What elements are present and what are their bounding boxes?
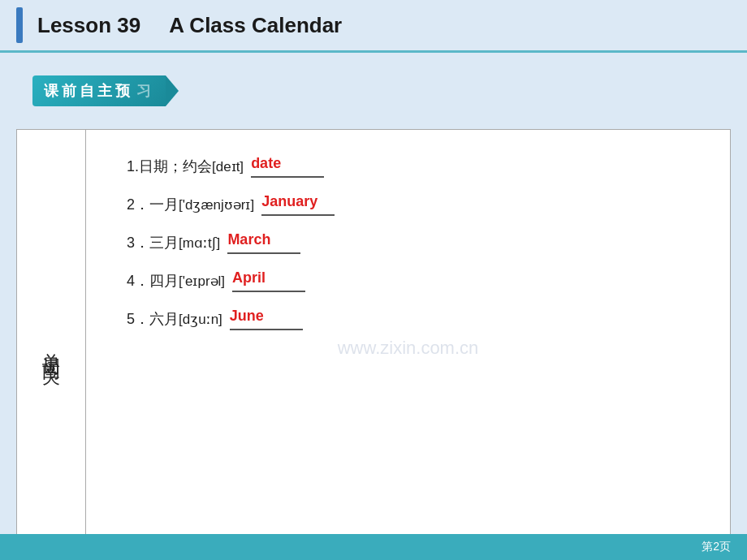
vocab-item: 4．四月['eɪprəl] April (127, 269, 697, 292)
item-number: 1. (127, 158, 139, 174)
answer-text: June (230, 305, 264, 327)
answer-text: April (232, 267, 266, 289)
vocab-content: www.zixin.com.cn 1.日期；约会[deɪt] date2．一月[… (86, 130, 730, 560)
item-phonetic: [dʒuːn] (179, 312, 222, 327)
item-number: 2． (127, 196, 149, 213)
item-number: 4． (127, 273, 149, 289)
answer-overlay: date (248, 154, 327, 178)
item-chinese: 一月 (149, 196, 179, 213)
page-number: 第2页 (702, 540, 731, 554)
item-chinese: 六月 (149, 311, 179, 327)
sidebar-label-text: 单词闯关 (35, 338, 67, 358)
sidebar-label: 单词闯关 (17, 130, 86, 560)
lesson-number: Lesson 39 (37, 13, 140, 37)
item-number: 5． (127, 311, 149, 327)
item-phonetic: ['dʒænjʊərɪ] (179, 197, 254, 213)
answer-text: January (261, 191, 317, 213)
section-banner-faded-char: 习 (136, 81, 151, 101)
answer-overlay: June (227, 307, 306, 330)
item-phonetic: [deɪt] (212, 159, 244, 174)
vocab-item: 3．三月[mɑːtʃ] March (127, 230, 697, 254)
item-number: 3． (127, 235, 149, 251)
bottom-bar: 第2页 (0, 534, 747, 560)
watermark: www.zixin.com.cn (338, 338, 479, 359)
header: Lesson 39 A Class Calendar (0, 0, 747, 53)
item-chinese: 日期；约会 (139, 158, 212, 174)
answer-overlay: April (229, 269, 309, 292)
header-title: Lesson 39 A Class Calendar (37, 13, 342, 38)
item-phonetic: [mɑːtʃ] (179, 235, 220, 251)
answer-overlay: January (258, 192, 338, 216)
section-banner: 课前自主预 习 (32, 75, 166, 106)
section-banner-text: 课前自主预 (44, 81, 133, 101)
item-chinese: 四月 (149, 273, 179, 289)
vocab-item: 5．六月[dʒuːn] June (127, 307, 697, 330)
main-content-box: 单词闯关 www.zixin.com.cn 1.日期；约会[deɪt] date… (16, 129, 731, 560)
lesson-title: A Class Calendar (169, 13, 342, 37)
vocab-item: 1.日期；约会[deɪt] date (127, 154, 697, 178)
answer-text: March (227, 229, 270, 251)
answer-text: date (251, 153, 281, 174)
vocab-item: 2．一月['dʒænjʊərɪ] January (127, 192, 697, 216)
item-chinese: 三月 (149, 235, 179, 251)
answer-overlay: March (224, 230, 304, 254)
header-accent (16, 7, 23, 43)
item-phonetic: ['eɪprəl] (179, 274, 225, 289)
